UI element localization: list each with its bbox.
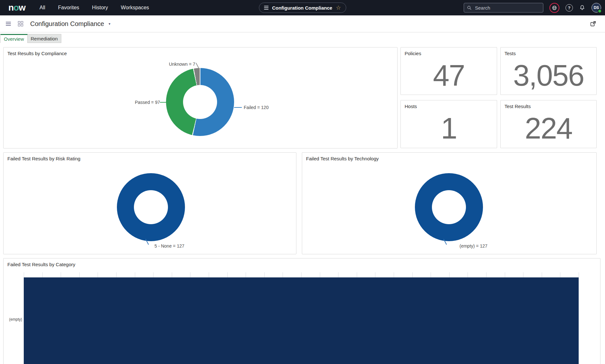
card-title: Failed Test Results by Technology — [306, 156, 379, 161]
gridline-tick — [412, 272, 413, 277]
notifications-button[interactable] — [579, 4, 585, 11]
gridline-tick — [61, 272, 61, 277]
gridline-tick — [98, 272, 98, 277]
chevron-down-icon[interactable]: ▾ — [109, 22, 110, 26]
gridline-tick — [116, 272, 117, 277]
gridline-tick — [320, 272, 320, 277]
gridline-tick — [579, 272, 579, 277]
share-export-button[interactable] — [590, 20, 597, 27]
donut-hole — [183, 85, 217, 119]
card-title: Policies — [405, 51, 421, 56]
page-title: Configuration Compliance — [30, 20, 104, 28]
gridline-tick — [209, 272, 209, 277]
gridline-tick — [468, 272, 468, 277]
gridline-tick — [523, 272, 523, 277]
scorecard-policies[interactable]: Policies 47 — [400, 47, 497, 95]
scorecard-hosts[interactable]: Hosts 1 — [400, 100, 497, 148]
bell-icon — [579, 4, 585, 11]
gridline-tick — [394, 272, 394, 277]
gridline-tick — [560, 272, 560, 277]
nav-item-workspaces[interactable]: Workspaces — [121, 5, 149, 11]
scorecard-value: 3,056 — [501, 57, 596, 93]
card-title: Failed Test Results by Risk Rating — [7, 156, 80, 161]
configuration-compliance-dashboard: now All Favorites History Workspaces Con… — [0, 0, 605, 364]
card-failed-by-risk-rating: Failed Test Results by Risk Rating 5 - N… — [3, 152, 296, 254]
gridline-tick — [190, 272, 190, 277]
gridline-tick — [227, 272, 228, 277]
nav-item-history[interactable]: History — [92, 5, 108, 11]
dashboard-header-bar: Configuration Compliance ▾ — [0, 15, 605, 32]
nav-item-favorites[interactable]: Favorites — [58, 5, 79, 11]
search-input[interactable] — [474, 5, 540, 11]
technology-donut-chart[interactable] — [415, 173, 483, 241]
gridline-tick — [486, 272, 487, 277]
sidebar-menu-button[interactable] — [6, 22, 11, 26]
gridline-tick — [338, 272, 338, 277]
context-pill-label: Configuration Compliance — [272, 5, 332, 11]
logo-letter: n — [8, 3, 13, 13]
donut-label: (empty) = 127 — [460, 243, 487, 249]
globe-icon — [552, 5, 557, 11]
donut-label-failed: Failed = 120 — [244, 105, 268, 110]
scorecard-test-results[interactable]: Test Results 224 — [500, 100, 597, 148]
donut-label-passed: Passed = 97 — [135, 100, 160, 105]
gridline-tick — [42, 272, 43, 277]
scorecard-tests[interactable]: Tests 3,056 — [500, 47, 597, 95]
scorecard-value: 1 — [401, 110, 497, 147]
risk-rating-donut-chart[interactable] — [117, 173, 185, 241]
user-avatar[interactable]: DS — [592, 3, 601, 13]
gridline-tick — [301, 272, 302, 277]
card-title: Hosts — [405, 104, 417, 109]
card-title: Test Results by Compliance — [7, 51, 67, 56]
gridline-tick — [375, 272, 375, 277]
card-title: Failed Test Results by Category — [7, 262, 75, 267]
gridline-tick — [449, 272, 450, 277]
card-title: Tests — [504, 51, 516, 56]
globe-language-button[interactable] — [549, 3, 559, 13]
gridline-tick — [246, 272, 246, 277]
nav-item-all[interactable]: All — [39, 5, 45, 11]
context-pill[interactable]: Configuration Compliance ☆ — [259, 3, 346, 13]
list-icon — [264, 6, 268, 10]
dashboard-grid-icon[interactable] — [18, 21, 23, 26]
bar-segment[interactable] — [24, 277, 579, 364]
donut-label-unknown: Unknown = 7 — [138, 62, 195, 67]
card-title: Test Results — [504, 104, 531, 109]
card-failed-by-technology: Failed Test Results by Technology (empty… — [302, 152, 597, 254]
gridline-tick — [79, 272, 80, 277]
gridline-tick — [505, 272, 505, 277]
tab-overview[interactable]: Overview — [0, 34, 28, 43]
donut-label: 5 - None = 127 — [154, 243, 184, 249]
gridline-tick — [264, 272, 265, 277]
gridline-tick — [542, 272, 542, 277]
leader-line — [234, 107, 242, 108]
donut-hole — [134, 190, 168, 224]
donut-hole — [432, 190, 466, 224]
share-icon — [590, 20, 597, 27]
gridline-tick — [153, 272, 153, 277]
compliance-donut-chart[interactable] — [166, 68, 234, 136]
now-logo[interactable]: now — [8, 3, 25, 12]
card-failed-by-category: Failed Test Results by Category (empty) — [3, 258, 601, 364]
tab-remediation[interactable]: Remediation — [28, 34, 61, 43]
presence-indicator — [598, 9, 602, 13]
scorecard-value: 47 — [401, 57, 497, 93]
logo-letter: w — [19, 3, 25, 13]
question-mark-icon: ? — [568, 5, 571, 10]
favorite-star-icon[interactable]: ☆ — [336, 5, 341, 11]
category-bar-chart — [24, 272, 579, 364]
help-button[interactable]: ? — [566, 4, 573, 12]
global-search-box[interactable] — [464, 3, 543, 13]
gridline-tick — [283, 272, 283, 277]
gridline-tick — [135, 272, 135, 277]
gridline-tick — [172, 272, 172, 277]
y-axis-category-label: (empty) — [4, 317, 22, 322]
scorecard-value: 224 — [501, 110, 596, 147]
top-nav-menu: All Favorites History Workspaces — [39, 5, 149, 11]
logo-letter-accent: o — [13, 3, 19, 13]
gridline-tick — [24, 272, 24, 277]
top-nav-right-cluster: ? DS — [464, 0, 601, 15]
card-test-results-by-compliance: Test Results by Compliance Unknown = 7 P… — [3, 47, 398, 148]
search-icon — [467, 5, 472, 11]
gridline-tick — [357, 272, 357, 277]
